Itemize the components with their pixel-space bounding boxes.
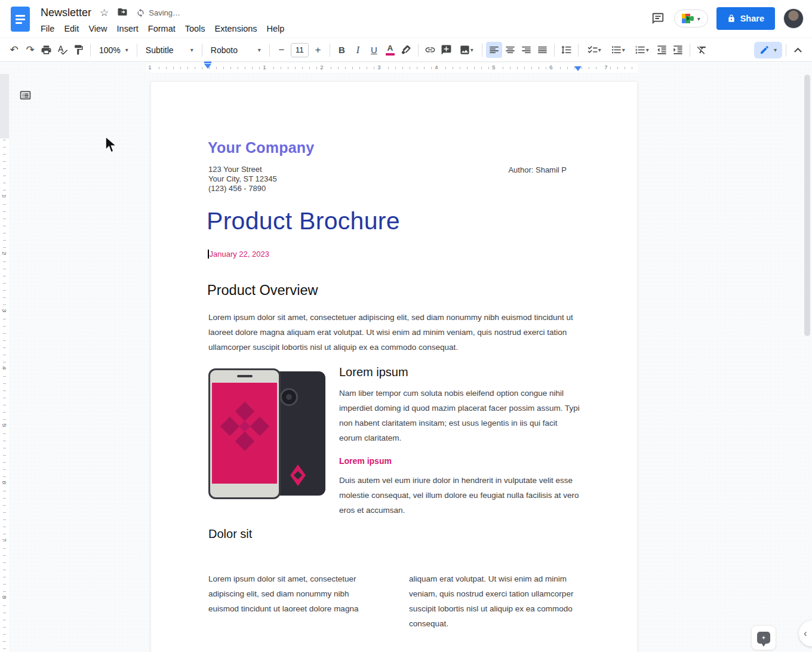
- bold-icon: B: [339, 45, 345, 54]
- feature-subheading: Lorem ipsum: [339, 456, 392, 466]
- editing-caret-icon: ▾: [774, 47, 777, 53]
- align-center-icon: [505, 44, 516, 56]
- feature-heading: Lorem ipsum: [339, 365, 408, 379]
- overview-heading: Product Overview: [207, 282, 318, 299]
- right-indent-marker[interactable]: [574, 66, 582, 71]
- bullet-list-icon: [611, 44, 622, 56]
- image-icon: [459, 44, 470, 56]
- menu-file[interactable]: File: [36, 23, 59, 35]
- justify-icon: [537, 44, 548, 56]
- text-color-button[interactable]: A: [382, 42, 398, 58]
- menu-help[interactable]: Help: [262, 23, 290, 35]
- font-size-value[interactable]: 11: [291, 43, 309, 57]
- redo-button[interactable]: ↷: [22, 42, 38, 58]
- vertical-scrollbar[interactable]: [804, 75, 810, 336]
- font-size-decrease-button[interactable]: −: [273, 42, 290, 58]
- show-outline-button[interactable]: [17, 87, 33, 103]
- plus-icon: +: [315, 45, 321, 55]
- line-spacing-icon: [561, 44, 572, 56]
- align-center-button[interactable]: [502, 42, 518, 58]
- vertical-ruler[interactable]: 1 2 3 4 5 6 7 8: [0, 74, 9, 652]
- add-comment-icon: [441, 44, 452, 56]
- outline-icon: [19, 89, 32, 102]
- document-page[interactable]: Your Company 123 Your Street Your City, …: [150, 81, 638, 652]
- open-comments-button[interactable]: [650, 11, 666, 26]
- outdent-icon: [656, 44, 668, 56]
- increase-indent-button[interactable]: [670, 42, 686, 58]
- feature-paragraph: Nam liber tempor cum soluta nobis eleife…: [339, 386, 580, 445]
- paint-format-button[interactable]: [70, 42, 87, 58]
- explore-button[interactable]: [751, 625, 776, 650]
- clear-formatting-button[interactable]: [694, 42, 710, 58]
- add-comment-button[interactable]: [438, 42, 454, 58]
- underline-button[interactable]: U: [366, 42, 382, 58]
- account-avatar[interactable]: [783, 8, 804, 29]
- underline-icon: U: [371, 45, 377, 54]
- highlight-color-button[interactable]: [398, 42, 414, 58]
- star-icon[interactable]: ☆: [100, 8, 109, 18]
- dolor-heading: Dolor sit: [208, 527, 252, 541]
- numbered-list-icon: [635, 44, 646, 56]
- bullet-list-button[interactable]: ▾: [606, 42, 630, 58]
- sync-icon: [136, 8, 145, 17]
- toolbar: ↶ ↷ 100%▾ Subtitle▾ Roboto▾ − 11 + B I U…: [0, 38, 812, 62]
- insert-image-button[interactable]: ▾: [454, 42, 478, 58]
- checklist-button[interactable]: ▾: [582, 42, 606, 58]
- zoom-select[interactable]: 100%▾: [94, 42, 133, 58]
- align-left-button[interactable]: [486, 42, 502, 58]
- phone-screen: [212, 383, 277, 484]
- print-button[interactable]: [38, 42, 54, 58]
- menu-extensions[interactable]: Extensions: [210, 23, 262, 35]
- paragraph-style-select[interactable]: Subtitle▾: [141, 42, 198, 58]
- spellcheck-button[interactable]: [54, 42, 70, 58]
- dolor-column-1: Lorem ipsum dolor sit amet, consectetuer…: [208, 571, 377, 616]
- italic-button[interactable]: I: [350, 42, 366, 58]
- menu-format[interactable]: Format: [143, 23, 180, 35]
- text-cursor: [208, 250, 209, 259]
- explore-icon: [757, 632, 770, 644]
- align-right-button[interactable]: [518, 42, 534, 58]
- dolor-column-2: aliquam erat volutpat. Ut wisi enim ad m…: [409, 571, 581, 631]
- highlighter-icon: [401, 44, 412, 56]
- indent-icon: [672, 44, 684, 56]
- decrease-indent-button[interactable]: [654, 42, 670, 58]
- app-header: Newsletter ☆ Saving… File Edit View Inse…: [0, 0, 812, 38]
- meet-button[interactable]: ▾: [674, 10, 708, 27]
- italic-icon: I: [356, 45, 359, 55]
- meet-caret-icon: ▾: [697, 16, 700, 22]
- move-folder-icon[interactable]: [117, 7, 128, 19]
- line-spacing-button[interactable]: [558, 42, 574, 58]
- hide-menus-button[interactable]: [790, 42, 806, 58]
- menu-edit[interactable]: Edit: [59, 23, 84, 35]
- font-size-increase-button[interactable]: +: [310, 42, 326, 58]
- menu-insert[interactable]: Insert: [112, 23, 143, 35]
- justify-button[interactable]: [534, 42, 550, 58]
- company-address: 123 Your Street Your City, ST 12345 (123…: [208, 165, 277, 193]
- checklist-icon: [587, 44, 598, 56]
- numbered-list-button[interactable]: ▾: [630, 42, 654, 58]
- undo-button[interactable]: ↶: [6, 42, 22, 58]
- horizontal-ruler[interactable]: 1 1 2 3 4 5 6 7: [150, 63, 638, 73]
- docs-logo-icon[interactable]: [11, 7, 30, 32]
- document-title[interactable]: Newsletter: [41, 7, 91, 19]
- paint-roller-icon: [73, 44, 84, 56]
- font-caret-icon: ▾: [258, 47, 261, 53]
- date-line: January 22, 2023: [208, 250, 269, 259]
- text-color-icon: A: [386, 44, 395, 56]
- menu-tools[interactable]: Tools: [180, 23, 210, 35]
- numbered-caret-icon: ▾: [646, 47, 649, 53]
- show-side-panel-button[interactable]: ‹: [799, 620, 812, 647]
- product-image[interactable]: [208, 368, 326, 499]
- share-button[interactable]: Share: [716, 7, 775, 30]
- insert-link-button[interactable]: [422, 42, 438, 58]
- bold-button[interactable]: B: [334, 42, 350, 58]
- style-caret-icon: ▾: [190, 47, 193, 53]
- company-name: Your Company: [208, 139, 314, 156]
- menu-view[interactable]: View: [84, 23, 112, 35]
- document-heading: Product Brochure: [207, 207, 400, 235]
- left-indent-marker[interactable]: [204, 64, 211, 69]
- editing-mode-button[interactable]: ▾: [754, 42, 782, 59]
- font-select[interactable]: Roboto▾: [206, 42, 266, 58]
- comment-icon: [651, 12, 665, 25]
- google-docs-app: Newsletter ☆ Saving… File Edit View Inse…: [0, 0, 812, 652]
